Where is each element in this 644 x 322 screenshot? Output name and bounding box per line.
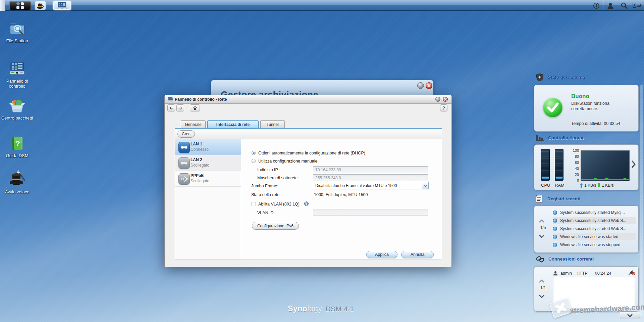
network-traffic-chart (581, 150, 630, 181)
logs-page-down-button[interactable] (539, 233, 544, 239)
control-panel-network-dialog: Pannello di controllo - Rete ? Generale … (164, 95, 452, 267)
info-icon (553, 211, 557, 215)
close-icon (427, 84, 431, 87)
upload-rate: 1 KB/s (584, 183, 596, 188)
traffic-rates: 1 KB/s 1 KB/s (580, 183, 614, 188)
tab-interfaccia-di-rete[interactable]: Interfaccia di rete (207, 120, 259, 128)
logs-page-up-button[interactable] (539, 218, 544, 224)
disconnect-button[interactable] (628, 270, 635, 276)
ram-gauge-fill (556, 177, 562, 179)
subnet-mask-field (313, 174, 428, 181)
manual-config-label: Utilizza configurazione manuale (258, 159, 317, 164)
upload-arrow-icon (580, 183, 583, 188)
storage-manager-window[interactable]: Gestore archiviazione (211, 80, 433, 95)
lan-connector-icon (178, 157, 190, 169)
forward-button[interactable] (176, 104, 184, 111)
close-button[interactable] (443, 97, 448, 102)
log-entry[interactable]: Windows file service was started. (553, 233, 636, 240)
connections-page-down-button[interactable] (539, 293, 544, 300)
log-entry[interactable]: Windows file service was stopped. (553, 241, 636, 248)
interface-status: Scollegato (191, 179, 209, 183)
close-button[interactable] (426, 82, 432, 89)
taskbar-grip (0, 0, 5, 11)
search-button[interactable] (620, 2, 628, 9)
apply-button[interactable]: Applica (366, 251, 397, 258)
recent-logs-widget: 1/5 System successfully started Mysql...… (534, 205, 639, 253)
ipv6-config-button[interactable]: Configurazione IPv6 (252, 222, 299, 230)
create-button[interactable]: Crea (177, 130, 195, 138)
tab-tunnel[interactable]: Tunnel (260, 120, 285, 128)
green-help-book-icon: ? (9, 136, 25, 151)
cancel-button[interactable]: Annulla (401, 251, 434, 258)
minimize-button[interactable] (435, 97, 440, 102)
interface-row-pppoe[interactable]: PPPoE Scollegato (175, 171, 241, 187)
manual-config-radio[interactable] (252, 159, 256, 163)
uptime-text: Tempo di attività: 00:32:54 (571, 121, 620, 126)
resource-monitor-header: Controllo risorse (536, 134, 585, 142)
desktop-icon-label: Pannello di controllo (1, 79, 33, 89)
desktop-icon-control-panel[interactable]: Pannello di controllo (1, 61, 33, 89)
package-box-globe-icon (9, 98, 25, 113)
desktop-icon-dsm-help[interactable]: ? Guida DSM (1, 136, 33, 158)
desktop-icon-label: Avvio veloce (5, 189, 30, 194)
dhcp-radio[interactable] (252, 151, 256, 155)
help-button[interactable]: ? (440, 104, 447, 111)
lan-connector-icon (178, 142, 190, 153)
widget-panel-collapse-button[interactable] (620, 312, 640, 319)
widget-scrollbar[interactable] (640, 85, 643, 316)
vlan-checkbox[interactable] (252, 202, 256, 206)
interface-name: LAN 1 (191, 142, 202, 146)
control-panel-icon (167, 97, 173, 102)
connections-widget: 1/1 admin HTTP 00:24:24 (534, 266, 639, 312)
desktop-icon-quick-start[interactable]: Avvio veloce (1, 169, 33, 194)
info-button[interactable] (592, 2, 600, 9)
connections-page-indicator: 1/1 (536, 285, 550, 290)
brand-version: DSM 4.1 (325, 305, 354, 313)
interface-row-lan2[interactable]: LAN 2 Scollegato (175, 155, 241, 171)
subnet-mask-label: Maschera di sottorete: (257, 176, 299, 180)
log-entry[interactable]: System successfully started Web S... (553, 225, 636, 232)
dialog-titlebar[interactable]: Pannello di controllo - Rete (165, 95, 451, 104)
chevron-down-icon[interactable] (422, 182, 428, 189)
panel-toolbar: Crea (175, 129, 442, 139)
download-rate: 1 KB/s (602, 183, 613, 188)
shield-icon (536, 73, 544, 82)
desktop: File Station Pannello di controllo (0, 0, 644, 322)
widget-title: Controllo risorse (548, 135, 585, 140)
status-text: Buono (571, 93, 589, 100)
desktop-icon-package-center[interactable]: Centro pacchetti (1, 98, 33, 121)
quick-launch-button[interactable] (35, 1, 46, 10)
log-entry[interactable]: System successfully started Web S... (553, 217, 636, 224)
vlan-info-icon[interactable] (304, 201, 309, 206)
interface-row-lan1[interactable]: LAN 1 Connesso (175, 139, 241, 155)
connection-time: 00:24:24 (595, 271, 611, 276)
main-menu-button[interactable] (9, 1, 31, 10)
jumbo-frame-label: Jumbo Frame: (251, 184, 278, 188)
document-icon (536, 195, 544, 203)
ip-address-field (313, 166, 428, 173)
jumbo-frame-select[interactable]: Disabilita Jumbo Frame, il valore MTU è … (313, 182, 429, 189)
ram-gauge (555, 149, 564, 181)
home-button[interactable] (190, 104, 200, 111)
connections-list-area (553, 277, 635, 309)
info-icon (553, 243, 557, 247)
system-status-widget: Buono DiskStation funziona correttamente… (534, 85, 639, 132)
vlan-id-field (313, 209, 428, 216)
back-button[interactable] (167, 104, 175, 111)
y-tick: 20 (570, 173, 579, 177)
tab-generale[interactable]: Generale (181, 120, 206, 128)
taskbar-control-panel-button[interactable] (53, 1, 71, 10)
user-menu-button[interactable] (606, 2, 614, 9)
resource-monitor-expand-button[interactable] (631, 160, 636, 169)
log-text: System successfully started Web S... (560, 226, 626, 231)
pilot-view-button[interactable] (633, 2, 641, 9)
minimize-button[interactable] (417, 82, 424, 89)
connection-row[interactable]: admin HTTP 00:24:24 (553, 270, 635, 277)
log-entry[interactable]: System successfully started Mysql... (553, 209, 636, 216)
download-blip (605, 178, 608, 180)
pilot-view-icon (633, 3, 641, 9)
system-status-header: Stato del sistema (536, 73, 585, 82)
desktop-icon-file-station[interactable]: File Station (1, 21, 33, 43)
svg-text:?: ? (15, 139, 20, 148)
connections-page-up-button[interactable] (539, 278, 544, 284)
